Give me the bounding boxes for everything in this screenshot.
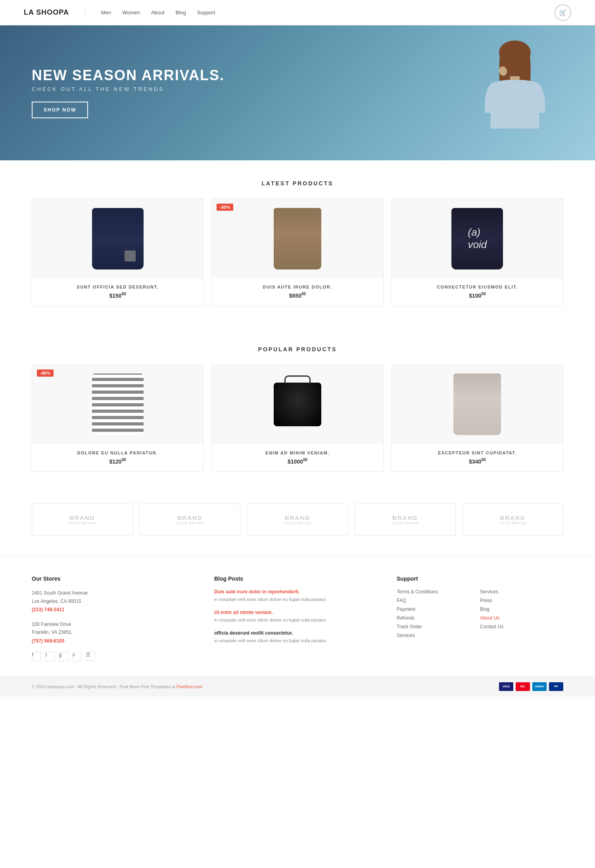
brand-label-5: BRAND [500,514,525,521]
blog-post-body-3: in voluptate velit esse cillum dolore eu… [214,637,381,645]
popular-info-3: EXCEPTEUR SINT CUPIDATAT. $34000 [392,444,563,472]
cart-button[interactable]: 🛒 [555,4,571,21]
payment-paypal: PP [549,682,563,691]
main-nav: Men Women About Blog Support [101,10,215,15]
social-vimeo[interactable]: v [72,652,82,661]
brand-label-3: BRAND [285,514,310,521]
void-text: (a)void [468,226,487,251]
support-link-track[interactable]: Track Order [397,624,480,629]
support-link-services1[interactable]: Services [397,633,480,638]
blog-post-title-1[interactable]: Duis aute irure dolor in reprehenderit. [214,589,381,595]
product-card-3[interactable]: (a)void CONSECTETUR EIUSMOD ELIT. $10000 [392,198,563,306]
brand-card-3[interactable]: BRAND YOUR BRAND [247,504,348,535]
discount-badge-popular-1: -86% [37,370,54,377]
popular-name-2: ENIM AD MINIM VENIAM. [218,450,376,455]
footer-stores-col: Our Stores 1401 South Grand Avenue Los A… [32,575,198,664]
jacket-image [274,208,321,269]
product-image-area-2: -50% [212,199,383,278]
product-image-area-3: (a)void [392,199,563,278]
bag-image [274,383,321,426]
support-link-payment[interactable]: Payment [397,606,480,612]
brand-sub-1: YOUR BRAND [69,521,96,525]
nav-blog[interactable]: Blog [176,10,186,15]
hero-subtitle: CHECK OUT ALL THE NEW TRENDS [32,86,225,92]
brand-label-2: BRAND [177,514,203,521]
store-block-2: 100 Fairview Drive Franklin, VA 23851 (7… [32,620,198,644]
discount-badge-2: -50% [217,204,233,211]
store2-phone[interactable]: (757) 569-6100 [32,638,198,644]
product-info-1: SUNT OFFICIA SED DESERUNT. $15000 [32,278,203,306]
pixelhint-link[interactable]: Pixelhint.com [177,684,202,689]
nav-about[interactable]: About [151,10,165,15]
support-link-faq[interactable]: FAQ [397,598,480,603]
brands-section: BRAND YOUR BRAND BRAND YOUR BRAND BRAND … [0,492,595,555]
brand-card-1[interactable]: BRAND YOUR BRAND [32,504,133,535]
header-divider [85,7,85,19]
stores-title: Our Stores [32,575,198,582]
support-link-press[interactable]: Press [480,598,563,603]
footer-support-col: Support Terms & Conditions FAQ Payment R… [397,575,563,664]
popular-card-2[interactable]: ENIM AD MINIM VENIAM. $100000 [211,364,383,472]
store1-address2: Los Angeles, CA 90015 [32,597,198,605]
popular-image-area-2 [212,365,383,444]
product-price-1: $15000 [38,292,197,299]
store1-phone[interactable]: (213) 748-2411 [32,607,198,612]
popular-name-1: DOLORE EU NULLA PARIATUR. [38,450,197,455]
site-header: LA SHOOPA Men Women About Blog Support 🛒 [0,0,595,25]
product-card-2[interactable]: -50% DUIS AUTE IRURE DOLOR. $65000 [211,198,383,306]
sweater1-image [92,208,144,269]
cardigan-image [453,373,501,435]
popular-price-1: $12000 [38,458,197,465]
support-link-contact[interactable]: Contact Us [480,624,563,629]
support-link-refunds[interactable]: Refunds [397,615,480,621]
header-left: LA SHOOPA Men Women About Blog Support [24,7,215,19]
social-facebook[interactable]: f [32,652,41,661]
brand-card-4[interactable]: BRAND YOUR BRAND [355,504,456,535]
brand-card-5[interactable]: BRAND YOUR BRAND [462,504,563,535]
logo[interactable]: LA SHOOPA [24,8,69,17]
store2-address2: Franklin, VA 23851 [32,628,198,636]
product-card-1[interactable]: SUNT OFFICIA SED DESERUNT. $15000 [32,198,203,306]
striped-shirt-image [92,373,144,435]
payment-amex: AMEX [532,682,547,691]
social-rss[interactable]: ☰ [86,652,95,661]
payment-mastercard: MC [516,682,530,691]
product-price-2: $65000 [218,292,376,299]
footer-copyright: © 2014 lashoopa.com · All Rights Reserve… [32,684,202,689]
popular-name-3: EXCEPTEUR SINT CUPIDATAT. [398,450,557,455]
support-link-blog[interactable]: Blog [480,606,563,612]
popular-products-section: POPULAR PRODUCTS -86% DOLORE EU NULLA PA… [0,326,595,492]
popular-price-2: $100000 [218,458,376,465]
support-col1: Terms & Conditions FAQ Payment Refunds T… [397,589,480,641]
nav-support[interactable]: Support [197,10,215,15]
brand-sub-2: YOUR BRAND [176,521,204,525]
product-name-1: SUNT OFFICIA SED DESERUNT. [38,285,197,289]
product-info-3: CONSECTETUR EIUSMOD ELIT. $10000 [392,278,563,306]
shop-now-button[interactable]: SHOP NOW [32,102,88,118]
product-info-2: DUIS AUTE IRURE DOLOR. $65000 [212,278,383,306]
blog-post-title-2[interactable]: Ut enim ad minim veniam. [214,610,381,615]
social-twitter[interactable]: t [45,652,55,661]
hero-content: NEW SEASON ARRIVALS. CHECK OUT ALL THE N… [0,67,256,119]
blog-post-title-3[interactable]: officia deserunt mollit consectetur. [214,630,381,636]
support-col2: Services Press Blog About Us Contact Us [480,589,563,641]
blog-title: Blog Posts [214,575,381,582]
nav-women[interactable]: Women [122,10,140,15]
popular-card-3[interactable]: EXCEPTEUR SINT CUPIDATAT. $34000 [392,364,563,472]
social-google[interactable]: g [59,652,68,661]
nav-men[interactable]: Men [101,10,111,15]
store2-address1: 100 Fairview Drive [32,620,198,628]
support-link-about[interactable]: About Us [480,615,563,621]
void-sweater-image: (a)void [451,208,503,269]
support-link-terms[interactable]: Terms & Conditions [397,589,480,595]
product-name-3: CONSECTETUR EIUSMOD ELIT. [398,285,557,289]
hero-title: NEW SEASON ARRIVALS. [32,67,225,83]
latest-products-grid: SUNT OFFICIA SED DESERUNT. $15000 -50% D… [32,198,563,306]
brand-card-2[interactable]: BRAND YOUR BRAND [139,504,240,535]
latest-products-section: LATEST PRODUCTS SUNT OFFICIA SED DESERUN… [0,160,595,326]
popular-price-3: $34000 [398,458,557,465]
brand-sub-5: YOUR BRAND [499,521,526,525]
popular-card-1[interactable]: -86% DOLORE EU NULLA PARIATUR. $12000 [32,364,203,472]
support-link-services2[interactable]: Services [480,589,563,595]
hero-section: NEW SEASON ARRIVALS. CHECK OUT ALL THE N… [0,25,595,160]
